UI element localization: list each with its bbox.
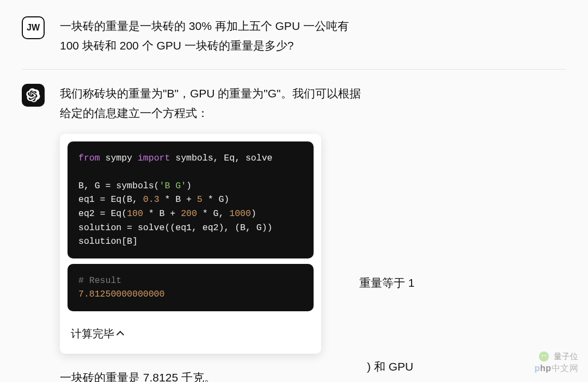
collapse-toggle[interactable]: 计算完毕: [68, 317, 314, 346]
watermark-block: 量子位 php中文网: [535, 351, 578, 374]
code-token: 1000: [229, 208, 251, 219]
code-token: * G,: [197, 208, 229, 219]
code-token: solution = solve((eq1, eq2), (B, G)): [78, 223, 272, 233]
chevron-up-icon: [117, 331, 124, 338]
assistant-avatar: [22, 84, 45, 107]
svg-point-0: [539, 352, 549, 361]
occluded-text-fragment-1: 重量等于 1: [359, 273, 415, 293]
user-message-text: 一块砖的重量是一块砖的 30% 再加上五个 GPU 一公吨有 100 块砖和 2…: [60, 16, 365, 55]
code-token: 'B G': [160, 181, 187, 191]
user-avatar: JW: [22, 16, 45, 39]
watermark-text-1: 量子位: [554, 352, 578, 362]
user-message-row: JW 一块砖的重量是一块砖的 30% 再加上五个 GPU 一公吨有 100 块砖…: [22, 16, 566, 55]
svg-point-1: [542, 355, 543, 356]
code-result-value: 7.81250000000000: [78, 289, 164, 299]
assistant-final-answer: 一块砖的重量是 7.8125 千克。: [60, 368, 365, 382]
code-token: * G): [203, 194, 230, 205]
code-block-input: from sympy import symbols, Eq, solve B, …: [68, 141, 314, 258]
assistant-message-row: 我们称砖块的重量为"B"，GPU 的重量为"G"。我们可以根据给定的信息建立一个…: [22, 84, 566, 382]
code-token: import: [138, 153, 170, 163]
wechat-icon: [538, 351, 549, 362]
collapse-label: 计算完毕: [71, 324, 114, 343]
code-token: 200: [181, 208, 197, 219]
watermark-suffix: 中文网: [552, 363, 579, 373]
code-token: 100: [127, 208, 143, 219]
code-token: * B +: [143, 208, 181, 219]
assistant-intro-text: 我们称砖块的重量为"B"，GPU 的重量为"G"。我们可以根据给定的信息建立一个…: [60, 84, 365, 122]
svg-point-2: [544, 355, 546, 356]
assistant-message-body: 我们称砖块的重量为"B"，GPU 的重量为"G"。我们可以根据给定的信息建立一个…: [60, 84, 365, 382]
code-token: from: [78, 153, 100, 163]
user-avatar-initials: JW: [27, 23, 40, 33]
watermark-php-hp: hp: [540, 363, 552, 373]
message-divider: [22, 69, 566, 70]
code-token: sympy: [100, 153, 138, 163]
code-token: eq1 = Eq(B,: [78, 194, 143, 205]
watermark-php-p: p: [535, 363, 540, 373]
code-token: 0.3: [143, 194, 160, 205]
code-token: symbols, Eq, solve: [170, 153, 272, 163]
code-block-output: # Result 7.81250000000000: [68, 264, 314, 311]
openai-logo-icon: [26, 88, 40, 102]
watermark-line-2: php中文网: [535, 363, 578, 374]
code-token: 5: [197, 194, 203, 205]
code-token: solution[B]: [78, 236, 138, 247]
occluded-text-fragment-2: ) 和 GPU: [367, 357, 413, 377]
code-token: ): [251, 208, 256, 219]
code-token: ): [186, 181, 192, 191]
code-token: eq2 = Eq(: [78, 208, 127, 219]
watermark-line-1: 量子位: [535, 351, 578, 362]
code-comment: # Result: [78, 275, 121, 286]
code-token: * B +: [160, 194, 197, 205]
code-execution-card: from sympy import symbols, Eq, solve B, …: [60, 134, 321, 354]
code-token: B, G = symbols(: [78, 181, 160, 191]
